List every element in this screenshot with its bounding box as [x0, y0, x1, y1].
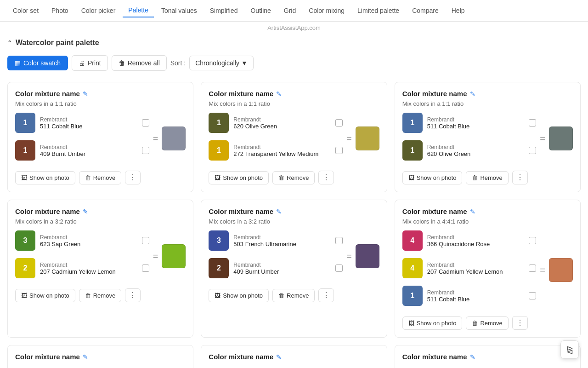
more-button[interactable]: ⋮	[512, 316, 528, 330]
color-checkbox[interactable]	[142, 119, 149, 126]
edit-icon[interactable]: ✎	[470, 90, 475, 98]
image-icon: 🖼	[21, 292, 27, 299]
trash-icon: 🗑	[278, 174, 284, 181]
color-brand: Rembrandt	[233, 144, 331, 150]
watermark: ArtistAssistApp.com	[0, 22, 588, 34]
color-chip: 2	[209, 258, 229, 278]
more-button[interactable]: ⋮	[318, 288, 334, 302]
trash-icon: 🗑	[85, 292, 91, 299]
more-button[interactable]: ⋮	[512, 171, 528, 184]
color-checkbox[interactable]	[142, 264, 149, 272]
color-row-1: 2Rembrandt409 Burnt Umber	[209, 258, 343, 278]
color-info: Rembrandt409 Burnt Umber	[40, 144, 137, 157]
color-row-0: 1Rembrandt511 Cobalt Blue	[402, 113, 537, 133]
color-block: 1Rembrandt511 Cobalt Blue1Rembrandt409 B…	[15, 113, 186, 164]
edit-icon[interactable]: ✎	[276, 208, 282, 215]
show-on-photo-button[interactable]: 🖼Show on photo	[209, 289, 269, 302]
show-on-photo-button[interactable]: 🖼Show on photo	[209, 171, 269, 184]
show-on-photo-button[interactable]: 🖼Show on photo	[402, 316, 463, 330]
color-checkbox[interactable]	[335, 237, 343, 244]
card-title-row: Color mixture name✎	[209, 207, 379, 215]
color-name: 511 Cobalt Blue	[40, 123, 137, 130]
color-brand: Rembrandt	[233, 234, 331, 241]
remove-all-button[interactable]: 🗑 Remove all	[112, 55, 167, 71]
nav-item-help[interactable]: Help	[446, 4, 470, 17]
edit-icon[interactable]: ✎	[276, 353, 282, 361]
print-button[interactable]: 🖨 Print	[72, 55, 108, 71]
edit-icon[interactable]: ✎	[83, 353, 88, 361]
color-checkbox[interactable]	[529, 292, 536, 299]
color-card-3: Color mixture name✎Mix colors in a 1:1 r…	[395, 82, 581, 192]
sort-dropdown[interactable]: Chronologically ▼	[189, 56, 254, 70]
card-actions: 🖼Show on photo🗑Remove⋮	[209, 171, 379, 184]
color-brand: Rembrandt	[427, 262, 525, 268]
nav-item-color-mixing[interactable]: Color mixing	[303, 4, 350, 17]
remove-all-icon: 🗑	[119, 59, 125, 67]
card-title-row: Color mixture name✎	[15, 353, 186, 361]
nav-item-color-picker[interactable]: Color picker	[76, 4, 121, 17]
result-swatch	[162, 126, 186, 150]
remove-button[interactable]: 🗑Remove	[79, 289, 121, 302]
color-block: 3Rembrandt503 French Ultramarine2Rembran…	[209, 230, 379, 282]
color-checkbox[interactable]	[335, 264, 343, 272]
color-checkbox[interactable]	[142, 237, 149, 244]
color-row-1: 1Rembrandt409 Burnt Umber	[15, 140, 149, 161]
more-button[interactable]: ⋮	[318, 171, 334, 184]
color-checkbox[interactable]	[529, 119, 536, 126]
edit-icon[interactable]: ✎	[470, 353, 475, 361]
print-icon: 🖨	[79, 59, 85, 67]
remove-button[interactable]: 🗑Remove	[272, 171, 315, 184]
colors-stacked: 3Rembrandt623 Sap Green2Rembrandt207 Cad…	[15, 230, 149, 282]
edit-icon[interactable]: ✎	[470, 208, 475, 215]
remove-button[interactable]: 🗑Remove	[272, 289, 315, 302]
remove-button[interactable]: 🗑Remove	[466, 171, 508, 184]
nav-item-outline[interactable]: Outline	[245, 4, 276, 17]
color-checkbox[interactable]	[335, 119, 343, 126]
color-name: 620 Olive Green	[233, 123, 331, 130]
top-nav: Color setPhotoColor pickerPaletteTonal v…	[0, 0, 588, 22]
remove-button[interactable]: 🗑Remove	[79, 171, 121, 184]
equals-sign: =	[153, 133, 158, 144]
color-block: 4Rembrandt366 Quinacridone Rose4Rembrand…	[402, 230, 573, 310]
card-title: Color mixture name	[15, 90, 80, 98]
section-collapse-icon[interactable]: ⌃	[7, 40, 12, 46]
remove-button[interactable]: 🗑Remove	[466, 316, 508, 330]
result-swatch	[356, 126, 379, 150]
show-on-photo-button[interactable]: 🖼Show on photo	[402, 171, 463, 184]
nav-item-photo[interactable]: Photo	[46, 4, 74, 17]
edit-icon[interactable]: ✎	[83, 90, 88, 98]
color-checkbox[interactable]	[529, 264, 536, 272]
nav-item-palette[interactable]: Palette	[123, 4, 154, 17]
more-button[interactable]: ⋮	[125, 171, 141, 184]
card-title-row: Color mixture name✎	[209, 90, 379, 98]
show-on-photo-button[interactable]: 🖼Show on photo	[15, 171, 75, 184]
nav-item-compare[interactable]: Compare	[407, 4, 444, 17]
card-title: Color mixture name	[402, 207, 467, 215]
colors-stacked: 1Rembrandt511 Cobalt Blue1Rembrandt409 B…	[15, 113, 149, 164]
color-info: Rembrandt207 Cadmium Yellow Lemon	[427, 262, 525, 275]
color-checkbox[interactable]	[529, 147, 536, 154]
expand-button[interactable]: ⧎	[560, 340, 579, 359]
color-chip: 1	[402, 140, 423, 161]
color-info: Rembrandt366 Quinacridone Rose	[427, 234, 525, 247]
toolbar: ▦ Color swatch 🖨 Print 🗑 Remove all Sort…	[0, 52, 588, 78]
show-on-photo-button[interactable]: 🖼Show on photo	[15, 289, 75, 302]
color-brand: Rembrandt	[233, 116, 331, 123]
more-button[interactable]: ⋮	[125, 288, 141, 302]
edit-icon[interactable]: ✎	[276, 90, 282, 98]
color-checkbox[interactable]	[335, 147, 343, 154]
edit-icon[interactable]: ✎	[83, 208, 88, 215]
color-checkbox[interactable]	[142, 147, 149, 154]
nav-item-limited-palette[interactable]: Limited palette	[352, 4, 405, 17]
color-swatch-button[interactable]: ▦ Color swatch	[7, 56, 68, 70]
nav-item-tonal-values[interactable]: Tonal values	[156, 4, 203, 17]
trash-icon: 🗑	[85, 174, 91, 181]
color-card-1: Color mixture name✎Mix colors in a 1:1 r…	[7, 82, 193, 192]
nav-item-simplified[interactable]: Simplified	[204, 4, 243, 17]
equals-sign: =	[346, 133, 352, 144]
equals-sign: =	[540, 133, 545, 144]
nav-item-grid[interactable]: Grid	[278, 4, 301, 17]
color-checkbox[interactable]	[529, 237, 536, 244]
nav-item-color-set[interactable]: Color set	[7, 4, 44, 17]
color-block: 1Rembrandt511 Cobalt Blue1Rembrandt620 O…	[402, 113, 573, 164]
